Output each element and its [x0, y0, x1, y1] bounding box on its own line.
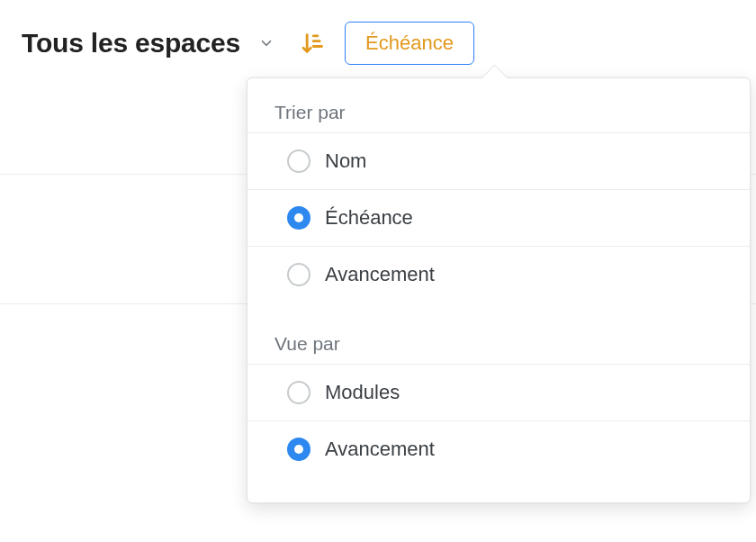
- radio-checked-icon: [287, 206, 310, 230]
- sort-option-label: Avancement: [325, 263, 435, 286]
- view-option-progress[interactable]: Avancement: [248, 421, 750, 477]
- radio-icon: [287, 381, 310, 404]
- sort-option-label: Échéance: [325, 206, 413, 230]
- sort-view-dropdown: Trier par Nom Échéance Avancement Vue pa…: [247, 77, 751, 503]
- radio-icon: [287, 263, 310, 286]
- sort-option-label: Nom: [325, 149, 366, 173]
- radio-checked-icon: [287, 438, 310, 461]
- view-options-list: Modules Avancement: [248, 364, 750, 477]
- sort-option-progress[interactable]: Avancement: [248, 247, 750, 303]
- sort-section-label: Trier par: [248, 98, 750, 132]
- sort-option-due-date[interactable]: Échéance: [248, 190, 750, 247]
- view-option-label: Avancement: [325, 438, 435, 461]
- sort-direction-icon[interactable]: [296, 27, 328, 59]
- sort-filter-button[interactable]: Échéance: [345, 22, 474, 65]
- sort-options-list: Nom Échéance Avancement: [248, 132, 750, 303]
- view-option-label: Modules: [325, 381, 400, 404]
- sort-option-name[interactable]: Nom: [248, 133, 750, 190]
- chevron-down-icon: [258, 35, 274, 51]
- view-option-modules[interactable]: Modules: [248, 365, 750, 421]
- page-title: Tous les espaces: [22, 28, 240, 59]
- space-selector[interactable]: Tous les espaces: [22, 28, 274, 59]
- top-bar: Tous les espaces Échéance: [0, 0, 756, 86]
- radio-icon: [287, 149, 310, 173]
- sort-filter-button-label: Échéance: [365, 32, 454, 54]
- view-section-label: Vue par: [248, 330, 750, 364]
